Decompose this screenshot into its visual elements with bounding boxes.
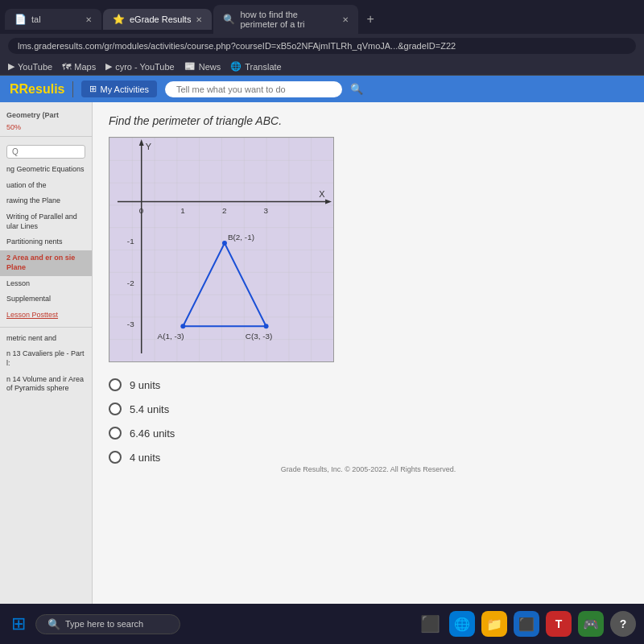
question-title: Find the perimeter of triangle ABC. xyxy=(109,114,628,127)
answer-option-b[interactable]: 5.4 units xyxy=(109,402,628,415)
taskbar-icon-edge[interactable]: 🌐 xyxy=(449,611,475,637)
bookmarks-bar: ▶ YouTube 🗺 Maps ▶ cyro - YouTube 📰 News… xyxy=(0,58,644,76)
svg-point-18 xyxy=(264,324,269,328)
tab-3-close[interactable]: ✕ xyxy=(342,15,349,24)
sidebar-item-5[interactable]: 2 Area and er on sie Plane xyxy=(0,250,92,275)
address-bar xyxy=(0,34,644,58)
sidebar-item-1[interactable]: uation of the xyxy=(0,178,92,194)
sidebar-search-container xyxy=(0,140,92,162)
bookmark-youtube[interactable]: ▶ YouTube xyxy=(8,61,52,72)
footer-copyright: Grade Results, Inc. © 2005-2022. All Rig… xyxy=(109,464,628,475)
answer-a-label: 9 units xyxy=(130,379,160,391)
svg-text:A(1, -3): A(1, -3) xyxy=(158,332,184,341)
radio-a[interactable] xyxy=(109,378,122,391)
tab-3-icon: 🔍 xyxy=(223,14,235,25)
logo-text: Resulis xyxy=(19,82,65,96)
bookmark-maps[interactable]: 🗺 Maps xyxy=(62,62,96,72)
sidebar-item-9[interactable]: metric nent and xyxy=(0,331,92,347)
bookmark-maps-label: Maps xyxy=(74,62,96,72)
svg-point-16 xyxy=(180,324,185,328)
taskbar-icon-cortana[interactable]: ⬛ xyxy=(417,611,443,637)
svg-text:0: 0 xyxy=(139,206,144,215)
svg-text:X: X xyxy=(319,189,325,199)
sidebar-item-10[interactable]: n 13 Cavaliers ple - Part l: xyxy=(0,346,92,371)
svg-text:-3: -3 xyxy=(127,320,134,328)
radio-d[interactable] xyxy=(109,451,122,464)
tab-1-close[interactable]: ✕ xyxy=(85,15,92,24)
content-area: Find the perimeter of triangle ABC. xyxy=(93,102,644,613)
bookmark-cyro-label: cyro - YouTube xyxy=(115,62,175,72)
search-icon: 🔍 xyxy=(350,83,363,95)
sidebar-item-posttest[interactable]: Lesson Posttest xyxy=(0,308,92,324)
sidebar-item-6[interactable]: Lesson xyxy=(0,276,92,292)
my-activities-label: My Activities xyxy=(100,85,149,94)
svg-point-17 xyxy=(222,241,227,246)
sidebar-item-7[interactable]: Supplemental xyxy=(0,291,92,308)
tab-2-close[interactable]: ✕ xyxy=(196,15,202,24)
tab-2-label: eGrade Results xyxy=(130,14,191,24)
sidebar-item-3[interactable]: Writing of Parallel and ular Lines xyxy=(0,209,92,234)
tab-1-label: tal xyxy=(31,14,41,24)
bookmark-news-label: News xyxy=(199,62,221,72)
logo-r: R xyxy=(10,82,19,96)
bookmark-translate-label: Translate xyxy=(245,62,281,72)
answer-option-d[interactable]: 4 units xyxy=(109,451,628,464)
answer-option-c[interactable]: 6.46 units xyxy=(109,427,628,440)
sidebar-item-2[interactable]: rawing the Plane xyxy=(0,193,92,209)
bookmark-youtube-label: YouTube xyxy=(18,62,52,72)
taskbar-icons: ⬛ 🌐 📁 ⬛ T 🎮 ? xyxy=(417,611,636,637)
tab-1[interactable]: 📄 tal ✕ xyxy=(5,9,101,30)
coordinate-graph: 0 1 2 3 -1 -2 -3 X Y xyxy=(109,138,333,361)
news-icon: 📰 xyxy=(184,61,196,72)
svg-text:1: 1 xyxy=(180,206,185,215)
sidebar-item-0[interactable]: ng Geometric Equations xyxy=(0,162,92,178)
answer-c-label: 6.46 units xyxy=(130,427,175,440)
radio-b[interactable] xyxy=(109,402,122,415)
bookmark-cyro[interactable]: ▶ cyro - YouTube xyxy=(105,61,175,72)
grid-icon: ⊞ xyxy=(89,84,97,94)
answer-b-label: 5.4 units xyxy=(130,403,169,415)
taskbar-search-label: Type here to search xyxy=(65,619,143,629)
svg-text:B(2, -1): B(2, -1) xyxy=(228,233,254,242)
tab-3[interactable]: 🔍 how to find the perimeter of a tri ✕ xyxy=(213,5,358,34)
svg-text:C(3, -3): C(3, -3) xyxy=(246,332,273,341)
answer-choices: 9 units 5.4 units 6.46 units 4 units xyxy=(109,378,628,464)
nav-divider xyxy=(72,81,73,97)
translate-icon: 🌐 xyxy=(230,61,242,72)
sidebar-item-11[interactable]: n 14 Volume and ir Area of Pyramids sphe… xyxy=(0,372,92,397)
windows-start-button[interactable]: ⊞ xyxy=(8,610,29,638)
app-search-input[interactable] xyxy=(165,81,342,97)
taskbar-icon-windows[interactable]: ⬛ xyxy=(514,611,539,637)
tab-2[interactable]: ⭐ eGrade Results ✕ xyxy=(103,9,212,30)
taskbar-icon-explorer[interactable]: 📁 xyxy=(481,611,507,637)
taskbar-search-container[interactable]: 🔍 Type here to search xyxy=(35,614,180,634)
sidebar-course-title: Geometry (Part xyxy=(0,109,92,122)
sidebar: Geometry (Part 50% ng Geometric Equation… xyxy=(0,102,93,613)
sidebar-search-input[interactable] xyxy=(6,145,85,159)
bookmark-news[interactable]: 📰 News xyxy=(184,61,221,72)
sidebar-item-4[interactable]: Partitioning nents xyxy=(0,234,92,250)
svg-text:Y: Y xyxy=(146,142,152,151)
windows-taskbar: ⊞ 🔍 Type here to search ⬛ 🌐 📁 ⬛ T 🎮 ? xyxy=(0,604,644,644)
taskbar-search-icon: 🔍 xyxy=(47,618,60,630)
answer-option-a[interactable]: 9 units xyxy=(109,378,628,391)
bookmark-translate[interactable]: 🌐 Translate xyxy=(230,61,281,72)
app-logo: RResulis xyxy=(10,82,64,97)
maps-icon: 🗺 xyxy=(62,62,71,72)
my-activities-button[interactable]: ⊞ My Activities xyxy=(81,80,157,97)
svg-text:3: 3 xyxy=(264,206,269,215)
taskbar-icon-help[interactable]: ? xyxy=(610,611,636,637)
main-layout: Geometry (Part 50% ng Geometric Equation… xyxy=(0,102,644,613)
taskbar-icon-t[interactable]: T xyxy=(546,611,572,637)
taskbar-icon-game[interactable]: 🎮 xyxy=(578,611,604,637)
radio-c[interactable] xyxy=(109,427,122,440)
sidebar-progress: 50% xyxy=(0,122,92,133)
top-nav: RResulis ⊞ My Activities 🔍 xyxy=(0,76,644,102)
cyro-icon: ▶ xyxy=(105,61,112,72)
new-tab-button[interactable]: + xyxy=(360,9,380,30)
tab-2-icon: ⭐ xyxy=(113,14,125,25)
sidebar-divider-mid xyxy=(0,327,92,328)
graph-container: 0 1 2 3 -1 -2 -3 X Y xyxy=(109,137,334,362)
address-input[interactable] xyxy=(8,38,636,54)
svg-text:2: 2 xyxy=(222,206,227,215)
